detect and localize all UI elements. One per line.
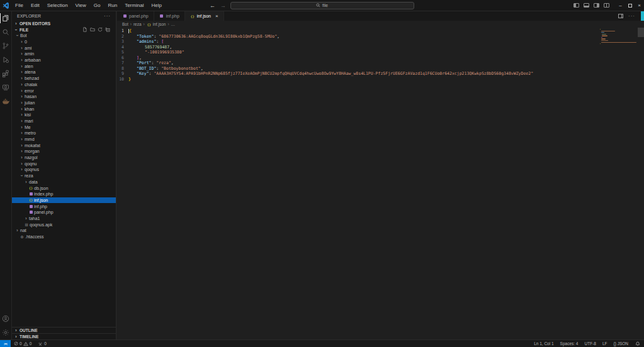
problems-indicator[interactable]: 0 0 xyxy=(11,340,35,347)
section-timeline[interactable]: › TIMELINE xyxy=(12,333,116,339)
section-outline[interactable]: › OUTLINE xyxy=(12,327,116,333)
tree-item-atena[interactable]: ›atena xyxy=(12,69,116,75)
status-language-mode[interactable]: {} JSON xyxy=(611,340,631,347)
docker-icon[interactable] xyxy=(0,94,12,108)
code-area[interactable]: 1{2"Token": "6867730636:AAGcq8oqGLdn36L9… xyxy=(117,28,644,82)
breadcrumb-item[interactable]: {}inf.json xyxy=(147,22,166,26)
tree-item-panel.php[interactable]: panel.php xyxy=(12,209,116,216)
extensions-icon[interactable] xyxy=(0,67,12,80)
accounts-icon[interactable] xyxy=(0,312,12,326)
tree-item-index.php[interactable]: index.php xyxy=(12,191,116,197)
new-file-icon[interactable] xyxy=(82,27,88,32)
code-line[interactable]: 2"Token": "6867730636:AAGcq8oqGLdn36L9I8… xyxy=(117,34,644,40)
toggle-secondary-sidebar-icon[interactable] xyxy=(594,3,599,8)
explorer-more-actions-icon[interactable]: ··· xyxy=(104,13,111,19)
menu-go[interactable]: Go xyxy=(90,0,105,11)
tree-item-morgan[interactable]: ›morgan xyxy=(12,148,116,155)
tree-item-inf.php[interactable]: inf.php xyxy=(12,203,116,209)
tree-item-nat[interactable]: ›nat xyxy=(12,228,116,234)
menu-view[interactable]: View xyxy=(72,0,90,11)
explorer-icon[interactable] xyxy=(0,11,12,25)
breadcrumb-item[interactable]: reza xyxy=(133,22,142,26)
tree-item-qoqnu[interactable]: ›qoqnu xyxy=(12,160,116,167)
tree-item-amin[interactable]: ›amin xyxy=(12,51,116,57)
nav-forward-icon[interactable]: → xyxy=(220,3,226,9)
status-eol[interactable]: LF xyxy=(599,340,611,347)
close-button[interactable]: × xyxy=(635,0,644,11)
tree-item-arbaban[interactable]: ›arbaban xyxy=(12,57,116,63)
tree-item-inf.json[interactable]: {}inf.json xyxy=(12,197,116,204)
refresh-icon[interactable] xyxy=(98,27,103,32)
tree-item-mokafat[interactable]: ›mokafat xyxy=(12,142,116,148)
section-file[interactable]: › FILE xyxy=(12,26,116,33)
menu-selection[interactable]: Selection xyxy=(43,0,72,11)
tree-item-julian[interactable]: ›julian xyxy=(12,100,116,106)
breadcrumb-item[interactable]: Bot xyxy=(122,22,128,26)
code-line[interactable]: 3"admins": [ xyxy=(117,39,644,45)
tree-item-qoqnus.apk[interactable]: ▤qoqnus.apk xyxy=(12,221,116,228)
restore-button[interactable] xyxy=(625,0,635,11)
remote-indicator[interactable]: >< xyxy=(0,340,11,347)
toggle-panel-icon[interactable] xyxy=(584,3,589,8)
remote-explorer-icon[interactable] xyxy=(0,80,12,94)
tree-item-error[interactable]: ›error xyxy=(12,87,116,94)
source-control-icon[interactable] xyxy=(0,39,12,53)
close-icon[interactable]: × xyxy=(215,13,218,19)
status-indentation[interactable]: Spaces: 4 xyxy=(557,340,582,347)
tree-item-mari[interactable]: ›mari xyxy=(12,118,116,124)
menu-terminal[interactable]: Terminal xyxy=(121,0,147,11)
minimap[interactable] xyxy=(600,29,636,45)
code-line[interactable]: 9"Key": "AAAA3H7SY54:APA91bHPnR2NNp685fj… xyxy=(117,71,644,77)
minimize-button[interactable]: – xyxy=(616,0,625,11)
tree-item-kisi[interactable]: ›kisi xyxy=(12,112,116,118)
tree-item-0[interactable]: ›0 xyxy=(12,39,116,45)
tree-item-nazgol[interactable]: ›nazgol xyxy=(12,155,116,161)
tree-item-reza[interactable]: ›reza xyxy=(12,173,116,179)
tree-item-data[interactable]: ›data xyxy=(12,179,116,185)
code-line[interactable]: 10} xyxy=(117,77,644,82)
menu-edit[interactable]: Edit xyxy=(27,0,43,11)
status-cursor-position[interactable]: Ln 1, Col 1 xyxy=(531,340,556,347)
code-line[interactable]: 1{ xyxy=(117,28,644,34)
settings-gear-icon[interactable] xyxy=(0,326,12,339)
tree-item-metro[interactable]: ›metro xyxy=(12,130,116,136)
tree-item-chalak[interactable]: ›chalak xyxy=(12,82,116,88)
tree-item-Me[interactable]: ›Me xyxy=(12,124,116,130)
tab-panel.php[interactable]: panel.php xyxy=(117,11,154,21)
menu-file[interactable]: File xyxy=(11,0,27,11)
split-editor-icon[interactable] xyxy=(618,14,623,18)
tree-item-.htaccess[interactable]: ⚙.htaccess xyxy=(12,234,116,240)
code-line[interactable]: 7"Port": "reza", xyxy=(117,60,644,66)
customize-layout-icon[interactable] xyxy=(604,3,609,8)
ports-indicator[interactable]: 0 xyxy=(35,340,50,347)
nav-back-icon[interactable]: ← xyxy=(210,3,215,9)
tree-item-taha1[interactable]: ›taha1 xyxy=(12,216,116,222)
tree-item-behzad[interactable]: ›behzad xyxy=(12,75,116,82)
command-center-search[interactable]: file xyxy=(230,2,414,9)
new-folder-icon[interactable] xyxy=(90,27,95,32)
tab-inf.php[interactable]: inf.php xyxy=(154,11,185,21)
status-encoding[interactable]: UTF-8 xyxy=(582,340,599,347)
tree-item-Bot[interactable]: ›Bot xyxy=(12,33,116,39)
search-sidebar-icon[interactable] xyxy=(0,25,12,39)
menu-help[interactable]: Help xyxy=(147,0,165,11)
menu-run[interactable]: Run xyxy=(104,0,121,11)
tree-item-aten[interactable]: ›aten xyxy=(12,63,116,69)
tree-item-mmd[interactable]: ›mmd xyxy=(12,136,116,143)
tree-item-khan[interactable]: ›khan xyxy=(12,106,116,112)
tree-item-qoqnus[interactable]: ›qoqnus xyxy=(12,167,116,173)
code-line[interactable]: 45857769487, xyxy=(117,45,644,50)
breadcrumb-item[interactable]: … xyxy=(171,22,176,26)
editor-more-actions-icon[interactable]: ··· xyxy=(628,13,635,19)
tree-item-hasan[interactable]: ›hasan xyxy=(12,94,116,100)
run-debug-icon[interactable] xyxy=(0,53,12,67)
tree-item-ami[interactable]: ›ami xyxy=(12,45,116,51)
collapse-all-icon[interactable] xyxy=(105,27,110,32)
tree-item-db.json[interactable]: {}db.json xyxy=(12,185,116,191)
code-line[interactable]: 5"-1001996935380" xyxy=(117,50,644,55)
notifications-bell-icon[interactable] xyxy=(631,340,644,347)
toggle-sidebar-icon[interactable] xyxy=(573,3,579,8)
code-line[interactable]: 6], xyxy=(117,55,644,61)
code-line[interactable]: 8"BOT_ID": "Botboybonotbot", xyxy=(117,66,644,72)
section-open-editors[interactable]: › OPEN EDITORS xyxy=(12,20,116,26)
